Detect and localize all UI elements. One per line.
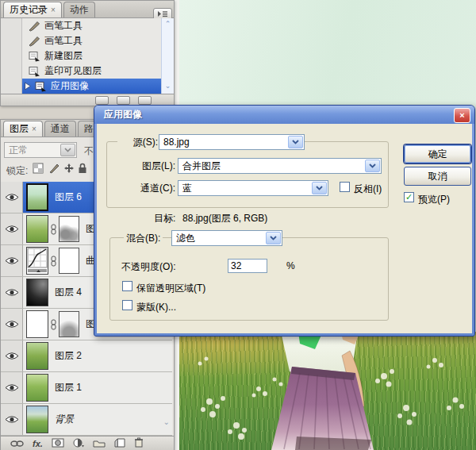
history-item-brush-2[interactable]: 画笔工具	[1, 33, 161, 49]
history-item-brush-1[interactable]: 画笔工具	[1, 18, 161, 34]
layer-row-2[interactable]: 图层 2	[1, 340, 172, 372]
visibility-toggle[interactable]	[1, 277, 23, 308]
opacity-unit: %	[286, 260, 295, 271]
layer-name[interactable]: 图层 6	[55, 190, 82, 204]
dialog-close-button[interactable]: ×	[454, 108, 470, 123]
layer-name[interactable]: 图层 1	[55, 381, 82, 394]
layer-thumbnail[interactable]	[26, 183, 48, 211]
history-item-apply-image[interactable]: 应用图像	[1, 79, 161, 94]
visibility-toggle[interactable]	[1, 182, 23, 213]
channel-dropdown[interactable]: 蓝	[178, 180, 328, 196]
apply-image-dialog: 应用图像 × 源(S): 88.jpg 图层(L): 合并图层 通道(C): 蓝	[94, 105, 475, 337]
history-source-well[interactable]	[1, 63, 22, 79]
layer-thumbnail[interactable]	[26, 342, 48, 370]
history-source-well[interactable]	[1, 79, 22, 94]
opacity-input[interactable]	[228, 259, 267, 273]
apply-image-icon	[34, 81, 47, 92]
blend-mode-dropdown[interactable]: 正常	[4, 142, 77, 158]
layer-thumbnail[interactable]	[26, 215, 48, 243]
preview-checkbox[interactable]: ✓	[404, 192, 414, 202]
tab-layers[interactable]: 图层 ×	[3, 121, 43, 137]
history-scrollbar[interactable]: ⌃ ⌄	[161, 18, 174, 94]
tab-history-label: 历史记录	[10, 3, 48, 17]
tab-history[interactable]: 历史记录 ×	[3, 2, 62, 17]
delete-layer-icon[interactable]	[134, 437, 144, 450]
scroll-down-icon[interactable]: ⌄	[162, 82, 174, 90]
dialog-title: 应用图像	[104, 108, 142, 121]
blend-dropdown[interactable]: 滤色	[171, 230, 282, 246]
lock-all-icon[interactable]	[78, 163, 87, 177]
history-item-stamp-visible[interactable]: 盖印可见图层	[1, 63, 161, 79]
source-groupbox	[106, 141, 389, 208]
ok-button[interactable]: 确定	[404, 144, 471, 163]
new-group-icon[interactable]	[93, 437, 106, 450]
tab-close-icon[interactable]: ×	[51, 6, 56, 14]
new-document-from-state-icon[interactable]	[95, 96, 109, 105]
layer-thumbnail[interactable]	[26, 406, 48, 433]
cancel-button-label: 取消	[428, 170, 447, 183]
preserve-transparency-label: 保留透明区域(T)	[136, 282, 205, 295]
layer-name[interactable]: 图层 2	[55, 349, 82, 363]
eye-icon	[5, 225, 19, 233]
layer-style-icon[interactable]: fx.	[33, 439, 43, 448]
history-item-label: 盖印可见图层	[44, 64, 102, 78]
photoshop-workspace: ▬✕ 历史记录 × 动作 画笔工具 画笔工具	[0, 0, 476, 450]
layer-dropdown[interactable]: 合并图层	[178, 158, 382, 174]
curves-icon	[27, 248, 48, 274]
source-dropdown[interactable]: 88.jpg	[159, 134, 305, 150]
lock-position-icon[interactable]	[63, 163, 75, 177]
dialog-titlebar[interactable]: 应用图像	[94, 106, 474, 124]
layer-name[interactable]: 背景	[55, 413, 74, 426]
history-source-well[interactable]	[1, 48, 22, 63]
chevron-down-icon	[365, 160, 380, 172]
adjustment-layer-icon[interactable]	[73, 437, 84, 450]
layer-mask-thumbnail[interactable]	[59, 216, 79, 242]
new-snapshot-icon[interactable]	[117, 96, 130, 105]
invert-checkbox[interactable]	[340, 182, 350, 192]
layer-thumbnail[interactable]	[26, 374, 48, 402]
lock-transparency-icon[interactable]	[33, 163, 44, 177]
lock-pixels-icon[interactable]	[48, 163, 60, 177]
stamp-visible-icon	[28, 66, 40, 77]
mask-checkbox[interactable]	[122, 300, 132, 310]
tab-actions[interactable]: 动作	[63, 2, 95, 17]
link-layers-icon[interactable]	[10, 437, 24, 450]
layer-row-1[interactable]: 图层 1	[1, 372, 172, 404]
photo-person	[271, 332, 374, 450]
layer-thumbnail[interactable]	[26, 279, 48, 306]
eye-icon	[5, 415, 19, 424]
tab-channels[interactable]: 通道	[44, 121, 76, 137]
layer-row-background[interactable]: 背景	[1, 404, 172, 436]
brush-icon	[28, 21, 40, 32]
channel-value: 蓝	[182, 182, 192, 195]
dialog-body: 源(S): 88.jpg 图层(L): 合并图层 通道(C): 蓝 反相(I) …	[97, 124, 472, 333]
scroll-up-icon[interactable]: ⌃	[162, 20, 174, 28]
layer-mask-thumbnail[interactable]	[59, 248, 79, 274]
curves-adjustment-thumbnail[interactable]	[26, 247, 48, 275]
chevron-down-icon	[288, 136, 303, 148]
link-icon	[50, 319, 57, 330]
layers-scroll-down-icon[interactable]: ⌄	[163, 417, 170, 426]
tab-close-icon[interactable]: ×	[32, 125, 36, 133]
add-mask-icon[interactable]	[52, 437, 64, 450]
visibility-toggle[interactable]	[1, 309, 23, 340]
visibility-toggle[interactable]	[1, 213, 23, 244]
preserve-transparency-checkbox[interactable]	[122, 281, 132, 291]
invert-label: 反相(I)	[354, 183, 382, 196]
layer-name[interactable]: 图层 4	[55, 286, 82, 299]
delete-state-icon[interactable]	[138, 96, 152, 105]
visibility-toggle[interactable]	[1, 372, 23, 403]
history-source-well[interactable]	[1, 18, 22, 33]
chevron-down-icon	[266, 232, 281, 244]
layer-thumbnail[interactable]	[26, 310, 48, 338]
cancel-button[interactable]: 取消	[404, 167, 471, 186]
eye-icon	[5, 383, 19, 392]
visibility-toggle[interactable]	[1, 245, 23, 276]
visibility-toggle[interactable]	[1, 340, 23, 371]
history-item-label: 新建图层	[44, 49, 83, 63]
visibility-toggle[interactable]	[1, 404, 23, 435]
new-layer-icon[interactable]	[114, 437, 125, 450]
history-source-well[interactable]	[1, 33, 22, 48]
history-item-new-layer[interactable]: 新建图层	[1, 48, 161, 64]
layer-mask-thumbnail[interactable]	[59, 311, 79, 337]
